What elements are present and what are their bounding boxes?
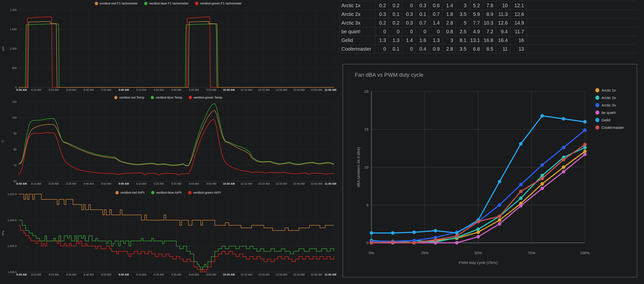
data-point-coolermaster[interactable] <box>434 238 437 242</box>
y-axis-unit-label: rpm <box>2 46 4 51</box>
data-point-coolermaster[interactable] <box>519 190 522 193</box>
y-tick-label: 90 <box>14 132 17 135</box>
cell-value: 4.9 <box>469 27 483 36</box>
data-point-be-quiet-[interactable] <box>562 170 565 174</box>
data-point-be-quiet-[interactable] <box>583 153 587 156</box>
x-tick-label: 8:10 AM <box>31 182 41 185</box>
legend-item-arctic-2x[interactable]: Arctic 2x <box>595 96 624 100</box>
data-point-be-quiet-[interactable] <box>434 241 437 244</box>
cell-value: 1.6 <box>416 36 429 45</box>
data-point-gelid[interactable] <box>412 230 416 234</box>
legend-item-ventbot-green-temp[interactable]: ventbot-green Temp <box>189 96 222 99</box>
data-point-be-quiet-[interactable] <box>455 241 458 244</box>
data-point-coolermaster[interactable] <box>498 214 501 218</box>
data-point-arctic-1x[interactable] <box>540 182 544 186</box>
data-point-coolermaster[interactable] <box>455 234 458 238</box>
data-point-coolermaster[interactable] <box>412 241 416 244</box>
x-tick-label: 10:10 AM <box>240 88 252 91</box>
data-point-coolermaster[interactable] <box>391 240 394 244</box>
legend-label: Arctic 3x <box>602 103 616 107</box>
data-point-be-quiet-[interactable] <box>498 222 501 226</box>
data-point-coolermaster[interactable] <box>370 241 373 244</box>
data-point-be-quiet-[interactable] <box>519 204 522 208</box>
data-point-gelid[interactable] <box>583 120 587 124</box>
data-point-gelid[interactable] <box>498 180 501 183</box>
data-point-arctic-3x[interactable] <box>562 146 565 149</box>
data-point-gelid[interactable] <box>370 231 373 234</box>
cell-value: 0.3 <box>402 10 416 18</box>
data-point-be-quiet-[interactable] <box>476 235 480 238</box>
x-tick-label: 8:40 AM <box>84 273 94 276</box>
cell-value: 9.4 <box>496 27 510 36</box>
x-tick-label: 8:50 AM <box>101 88 111 91</box>
data-point-gelid[interactable] <box>434 229 437 232</box>
data-point-coolermaster[interactable] <box>562 158 565 161</box>
legend-label: Arctic 2x <box>602 96 616 100</box>
legend-label: be quiet! <box>602 110 616 115</box>
data-point-be-quiet-[interactable] <box>540 187 544 190</box>
x-tick-label: 9:20 AM <box>154 182 164 185</box>
data-point-coolermaster[interactable] <box>476 220 480 224</box>
x-tick-label: 11:00 AM <box>324 273 336 276</box>
legend-color-dot-icon <box>188 191 192 194</box>
data-point-arctic-3x[interactable] <box>519 183 522 186</box>
cell-value: 10 <box>496 1 510 10</box>
legend-item-ventbot-green-f1-tachometer[interactable]: ventbot-green F1 tachometer <box>195 2 242 5</box>
data-point-arctic-2x[interactable] <box>519 196 522 200</box>
cell-value: 1.8 <box>442 10 456 18</box>
x-tick-label: 9:10 AM <box>136 182 146 185</box>
x-tick-label: 10:50 AM <box>310 88 322 91</box>
data-point-arctic-1x[interactable] <box>476 230 480 234</box>
data-point-coolermaster[interactable] <box>540 177 544 180</box>
legend-item-ventbot-red-f1-tachometer[interactable]: ventbot-red F1 tachometer <box>95 2 138 5</box>
data-point-arctic-1x[interactable] <box>583 150 587 153</box>
x-tick-label: 8:00 AM <box>16 88 27 91</box>
data-point-gelid[interactable] <box>519 142 522 146</box>
cell-value: 0.2 <box>389 18 402 27</box>
x-tick-label: 8:10 AM <box>31 88 41 91</box>
y-tick-label: 5 <box>366 203 368 207</box>
data-point-gelid[interactable] <box>455 231 458 234</box>
y-tick-label: 100 <box>12 116 17 119</box>
data-point-arctic-3x[interactable] <box>540 163 544 166</box>
legend-color-dot-icon <box>114 96 118 99</box>
air-pressure-chart: 1,008.51,009.01,009.51,010.08:00 AM8:10 … <box>0 189 336 284</box>
data-point-arctic-1x[interactable] <box>498 218 501 222</box>
x-tick-label: 8:10 AM <box>31 273 41 276</box>
dba-legend: Arctic 1xArctic 2xArctic 3xbe quiet!Geli… <box>595 88 624 130</box>
dba-x-axis-label: PWM duty cycle (25Hz) <box>459 260 498 265</box>
legend-item-gelid[interactable]: Gelid <box>595 118 624 122</box>
y-tick-label: 15 <box>364 127 368 131</box>
cell-value: 0 <box>402 1 416 10</box>
legend-item-arctic-1x[interactable]: Arctic 1x <box>595 88 624 92</box>
legend-item-ventbot-red-temp[interactable]: ventbot-red Temp <box>114 96 144 99</box>
panel-dba-chart: Fan dBA vs PWM duty cycle dBA (ambient 4… <box>342 64 637 277</box>
legend-item-coolermaster[interactable]: Coolermaster <box>595 125 624 130</box>
cell-value: 1.4 <box>442 1 456 10</box>
data-point-gelid[interactable] <box>540 114 544 118</box>
legend-color-dot-icon <box>189 96 192 99</box>
data-point-arctic-1x[interactable] <box>562 166 565 169</box>
legend-item-ventbot-blue-airpr[interactable]: ventbot-blue AirPr <box>151 191 182 194</box>
y-tick-label: 1,009.0 <box>8 244 17 248</box>
legend-item-arctic-3x[interactable]: Arctic 3x <box>595 103 624 107</box>
data-point-arctic-3x[interactable] <box>498 203 501 207</box>
legend-item-ventbot-green-airpr[interactable]: ventbot-green AirPr <box>188 191 221 194</box>
tachometer-chart: 05001,0001,5002,0008:00 AM8:10 AM8:20 AM… <box>0 0 336 94</box>
legend-item-ventbot-red-airpr[interactable]: ventbot-red AirPr <box>116 191 145 194</box>
legend-item-ventbot-blue-f1-tachometer[interactable]: ventbot-blue F1 tachometer <box>144 2 189 5</box>
y-tick-label: 110 <box>12 100 17 103</box>
data-point-gelid[interactable] <box>562 117 565 121</box>
data-point-gelid[interactable] <box>391 231 394 234</box>
data-point-arctic-2x[interactable] <box>476 228 480 231</box>
table-row: Arctic 2x0.30.10.30.10.71.83.55.98.911.3… <box>340 10 637 18</box>
data-point-coolermaster[interactable] <box>583 143 587 146</box>
legend-item-be-quiet-[interactable]: be quiet! <box>595 110 624 115</box>
y-tick-label: 0 <box>366 240 368 245</box>
data-point-arctic-2x[interactable] <box>583 146 587 149</box>
cell-value: 7.7 <box>469 18 483 27</box>
cell-value: 5.9 <box>469 10 483 18</box>
x-tick-label: 8:20 AM <box>49 88 58 91</box>
data-point-arctic-3x[interactable] <box>583 128 587 132</box>
legend-item-ventbot-blue-temp[interactable]: ventbot-blue Temp <box>151 96 182 99</box>
